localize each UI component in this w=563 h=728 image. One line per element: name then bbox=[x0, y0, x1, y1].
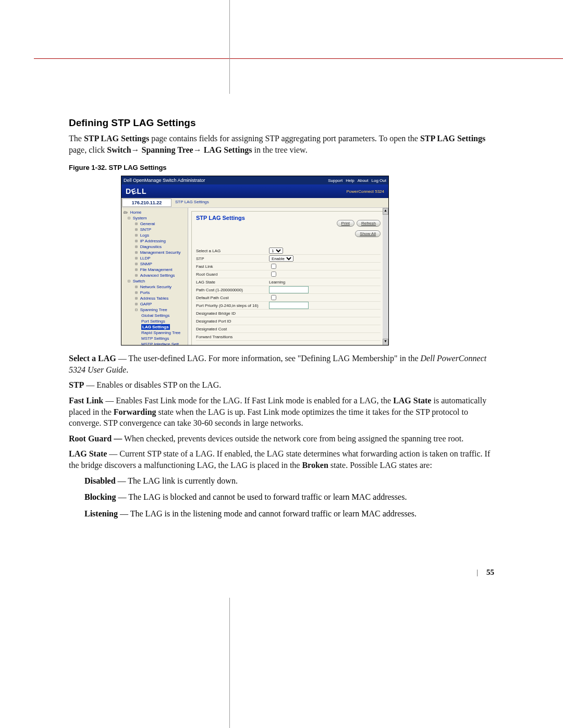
form-rows: Select a LAG1STPEnableFast LinkRoot Guar… bbox=[196, 247, 381, 341]
def-text: When checked, prevents devices outside t… bbox=[122, 434, 463, 443]
tree-item[interactable]: ⊞ Management Security bbox=[123, 250, 187, 255]
txt: The bbox=[69, 134, 84, 143]
tree-item[interactable]: ⊞ Advanced Settings bbox=[123, 273, 187, 278]
def-text: state. Possible LAG states are: bbox=[328, 461, 432, 470]
tree-item[interactable]: ⊟ Switch bbox=[123, 278, 187, 284]
tree-item[interactable]: ⊞ File Management bbox=[123, 267, 187, 273]
field-value[interactable] bbox=[269, 302, 309, 309]
window-title: Dell OpenManage Switch Administrator bbox=[124, 178, 205, 183]
tree-item[interactable]: Port Settings bbox=[123, 318, 187, 324]
def-term: STP bbox=[69, 380, 84, 389]
txt: in the tree view. bbox=[252, 145, 308, 154]
def-text: — The user-defined LAG. For more informa… bbox=[116, 354, 421, 363]
field-value[interactable]: 1 bbox=[269, 248, 283, 254]
field-label: Default Path Cost bbox=[196, 295, 269, 300]
showall-button[interactable]: Show All bbox=[355, 230, 381, 237]
tree-item[interactable]: ⊞ SNMP bbox=[123, 261, 187, 267]
nav-path: LAG Settings bbox=[204, 145, 252, 154]
checkbox-input[interactable] bbox=[271, 272, 276, 277]
section-heading: Defining STP LAG Settings bbox=[69, 117, 494, 129]
state-text: — The LAG is blocked and cannot be used … bbox=[116, 492, 407, 501]
button-row-top: Print Refresh bbox=[337, 220, 381, 227]
scrollbar[interactable]: ▲ ▼ bbox=[383, 208, 388, 346]
text-input[interactable] bbox=[269, 302, 309, 309]
print-button[interactable]: Print bbox=[337, 220, 354, 227]
scroll-up-icon[interactable]: ▲ bbox=[383, 208, 388, 215]
field-value[interactable]: Enable bbox=[269, 255, 293, 262]
nav-path: Switch bbox=[107, 145, 131, 154]
nav-help[interactable]: Help bbox=[346, 178, 354, 183]
field-value: Learning bbox=[269, 280, 285, 285]
scroll-down-icon[interactable]: ▼ bbox=[383, 339, 388, 346]
content-pane: STP LAG Settings Print Refresh Show All … bbox=[188, 208, 388, 346]
field-label: Forward Transitions bbox=[196, 335, 269, 339]
tree-item[interactable]: ⊞ LLDP bbox=[123, 255, 187, 261]
tree-item[interactable]: Global Settings bbox=[123, 313, 187, 318]
state-list: Disabled — The LAG link is currently dow… bbox=[84, 475, 494, 520]
nav-tree[interactable]: 🗁 Home⊟ System⊞ General⊞ SNTP⊞ Logs⊞ IP … bbox=[121, 208, 188, 346]
state-item: Blocking — The LAG is blocked and cannot… bbox=[84, 491, 494, 503]
text-input[interactable] bbox=[269, 286, 309, 293]
def-stp: STP — Enables or disables STP on the LAG… bbox=[69, 379, 494, 391]
tree-item[interactable]: ⊞ GARP bbox=[123, 301, 187, 307]
form-row: Port Priority (0-240,in steps of 16) bbox=[196, 302, 381, 310]
form-row: Select a LAG1 bbox=[196, 247, 381, 255]
state-term: Blocking bbox=[84, 492, 116, 501]
term: STP LAG Settings bbox=[420, 134, 485, 143]
field-label: Fast Link bbox=[196, 264, 269, 269]
tree-item[interactable]: ⊞ Address Tables bbox=[123, 295, 187, 301]
tree-item[interactable]: MSTP Settings bbox=[123, 336, 187, 341]
tree-item[interactable]: ⊞ General bbox=[123, 221, 187, 227]
form-row: STPEnable bbox=[196, 255, 381, 263]
checkbox-input[interactable] bbox=[271, 264, 276, 269]
tree-item[interactable]: ⊞ Network Security bbox=[123, 284, 187, 290]
term: STP LAG Settings bbox=[84, 134, 149, 143]
field-value[interactable] bbox=[269, 262, 278, 270]
form-row: Designated Cost bbox=[196, 325, 381, 333]
nav-about[interactable]: About bbox=[358, 178, 369, 183]
tree-item[interactable]: ⊞ IP Addressing bbox=[123, 238, 187, 244]
field-label: Designated Bridge ID bbox=[196, 311, 269, 316]
crop-mark-top bbox=[229, 0, 230, 94]
def-selectlag: Select a LAG — The user-defined LAG. For… bbox=[69, 353, 494, 375]
crop-mark-bottom bbox=[229, 598, 230, 728]
field-value[interactable] bbox=[269, 286, 309, 293]
tree-item[interactable]: Rapid Spanning Tree bbox=[123, 330, 187, 336]
field-value[interactable] bbox=[269, 293, 278, 302]
form-row: Forward Transitions bbox=[196, 333, 381, 341]
page-content: Defining STP LAG Settings The STP LAG Se… bbox=[0, 0, 563, 556]
select-input[interactable]: Enable bbox=[269, 255, 293, 262]
logo-bar: DELL PowerConnect 5324 bbox=[121, 184, 388, 198]
field-label: Path Cost (1-200000000) bbox=[196, 288, 269, 292]
field-value[interactable] bbox=[269, 270, 278, 278]
figure-caption: Figure 1-32. STP LAG Settings bbox=[69, 164, 494, 171]
nav-logout[interactable]: Log Out bbox=[372, 178, 386, 183]
tree-item[interactable]: MSTP Interface Sett. bbox=[123, 341, 187, 346]
txt: page, click bbox=[69, 145, 107, 154]
def-rootguard: Root Guard — When checked, prevents devi… bbox=[69, 433, 494, 445]
def-term: Root Guard — bbox=[69, 434, 122, 443]
tree-item[interactable]: LAG Settings bbox=[123, 324, 187, 330]
txt: page contains fields for assigning STP a… bbox=[149, 134, 420, 143]
header-rule bbox=[34, 58, 563, 59]
tree-item[interactable]: 🗁 Home bbox=[123, 209, 187, 215]
arrow-icon: → bbox=[193, 145, 202, 154]
tree-item[interactable]: ⊞ Ports bbox=[123, 290, 187, 295]
def-text: — Enables Fast Link mode for the LAG. If… bbox=[103, 396, 393, 405]
tree-item[interactable]: ⊟ System bbox=[123, 215, 187, 221]
field-label: Designated Cost bbox=[196, 327, 269, 331]
select-input[interactable]: 1 bbox=[269, 248, 283, 254]
button-row-2: Show All bbox=[355, 230, 381, 237]
tree-item[interactable]: ⊞ SNTP bbox=[123, 227, 187, 232]
form-row: Designated Port ID bbox=[196, 317, 381, 325]
def-term: LAG State bbox=[393, 396, 431, 405]
content-inner: STP LAG Settings Print Refresh Show All … bbox=[191, 211, 385, 346]
tree-item[interactable]: ⊞ Logs bbox=[123, 232, 187, 238]
form-row: Path Cost (1-200000000) bbox=[196, 286, 381, 294]
tree-item[interactable]: ⊟ Spanning Tree bbox=[123, 307, 187, 313]
field-label: Designated Port ID bbox=[196, 319, 269, 324]
refresh-button[interactable]: Refresh bbox=[357, 220, 381, 227]
nav-support[interactable]: Support bbox=[328, 178, 342, 183]
tree-item[interactable]: ⊞ Diagnostics bbox=[123, 244, 187, 250]
checkbox-input[interactable] bbox=[271, 295, 276, 300]
